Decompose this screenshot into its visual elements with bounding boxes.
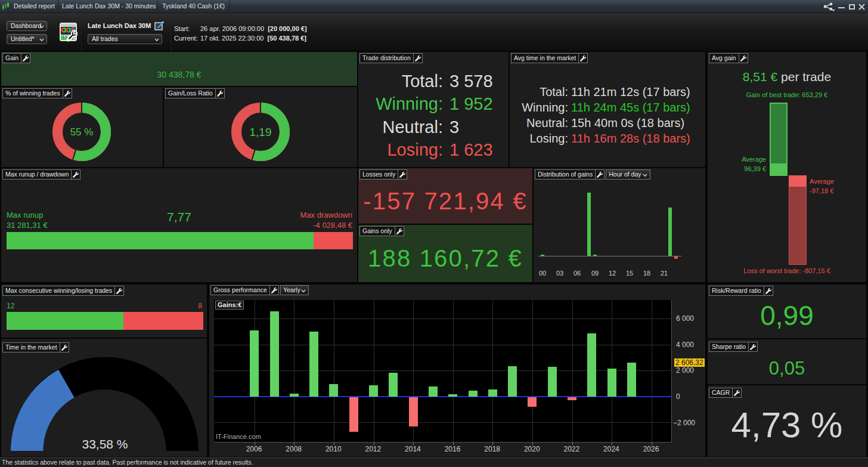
svg-text:55 %: 55 % <box>70 126 94 138</box>
svg-text:1,19: 1,19 <box>250 126 272 138</box>
